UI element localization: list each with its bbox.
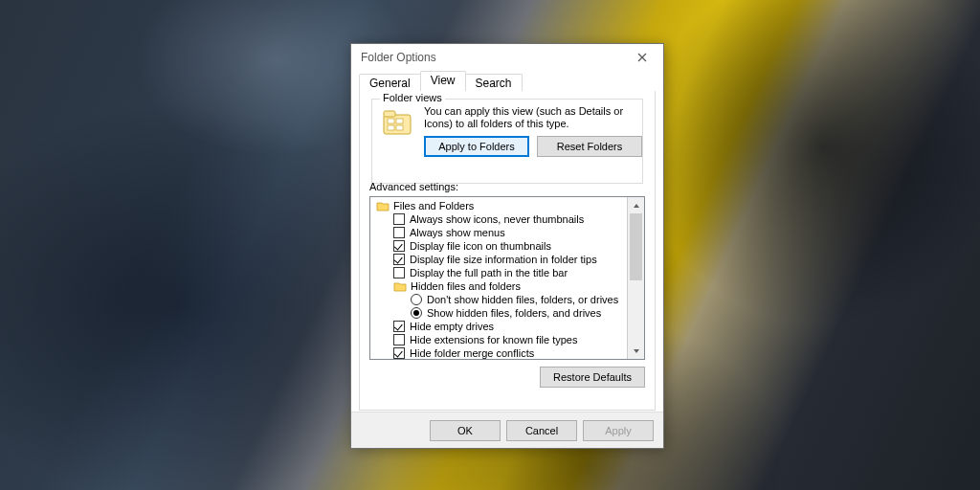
tree-item[interactable]: Hidden files and folders — [372, 279, 628, 293]
tree-item[interactable]: Display file icon on thumbnails — [372, 239, 628, 253]
svg-rect-4 — [388, 125, 394, 130]
dialog-button-row: OK Cancel Apply — [351, 412, 663, 448]
tree-item[interactable]: Always show menus — [372, 226, 628, 239]
folder-icon — [376, 201, 390, 212]
apply-button[interactable]: Apply — [583, 420, 654, 441]
checkbox[interactable] — [393, 227, 405, 238]
dialog-title: Folder Options — [361, 51, 436, 64]
tree-item[interactable]: Show hidden files, folders, and drives — [372, 306, 628, 320]
tab-view[interactable]: View — [420, 71, 466, 91]
tree-item-label: Hidden files and folders — [411, 279, 521, 293]
titlebar[interactable]: Folder Options — [351, 44, 663, 71]
svg-rect-5 — [396, 125, 403, 130]
tab-panel-view: Folder views You can apply this view (su… — [359, 91, 656, 411]
tab-strip: General View Search — [359, 71, 656, 92]
svg-rect-1 — [384, 111, 395, 117]
radio[interactable] — [411, 294, 422, 305]
tree-item[interactable]: Hide empty drives — [372, 320, 628, 333]
tree-item-label: Don't show hidden files, folders, or dri… — [427, 293, 618, 306]
folder-options-dialog: Folder Options General View Search Folde… — [350, 43, 664, 449]
reset-folders-button[interactable]: Reset Folders — [537, 136, 642, 157]
checkbox[interactable] — [393, 213, 405, 225]
ok-button[interactable]: OK — [430, 420, 501, 441]
scroll-up-button[interactable] — [628, 197, 644, 213]
scrollbar[interactable] — [627, 197, 644, 359]
advanced-settings-tree: Files and Folders Always show icons, nev… — [372, 199, 628, 357]
cancel-button[interactable]: Cancel — [506, 420, 577, 441]
svg-rect-0 — [384, 115, 411, 134]
tree-item[interactable]: Always show icons, never thumbnails — [372, 212, 628, 226]
svg-rect-2 — [388, 119, 394, 123]
tab-general[interactable]: General — [359, 74, 421, 91]
advanced-settings-label: Advanced settings: — [369, 181, 458, 192]
checkbox[interactable] — [393, 347, 405, 359]
tree-item[interactable]: Display file size information in folder … — [372, 253, 628, 266]
tree-item[interactable]: Display the full path in the title bar — [372, 266, 628, 279]
tab-search[interactable]: Search — [465, 74, 523, 91]
tree-item-label: Always show menus — [410, 226, 505, 239]
folder-views-legend: Folder views — [380, 92, 445, 103]
tree-item[interactable]: Hide extensions for known file types — [372, 333, 628, 346]
tree-item-label: Display file size information in folder … — [410, 253, 597, 266]
tree-item-label: Display file icon on thumbnails — [410, 239, 551, 253]
svg-rect-3 — [396, 119, 403, 123]
restore-defaults-button[interactable]: Restore Defaults — [540, 367, 645, 388]
scroll-down-button[interactable] — [628, 343, 644, 359]
folder-views-group: Folder views You can apply this view (su… — [371, 99, 643, 184]
tree-item-label: Hide folder merge conflicts — [410, 346, 534, 360]
scroll-thumb[interactable] — [630, 213, 642, 280]
folder-views-icon — [382, 109, 414, 138]
folder-views-text: You can apply this view (such as Details… — [424, 105, 635, 130]
tree-item[interactable]: Don't show hidden files, folders, or dri… — [372, 293, 628, 306]
tree-item-label: Display the full path in the title bar — [410, 266, 568, 279]
radio[interactable] — [411, 307, 422, 319]
tree-item-label: Show hidden files, folders, and drives — [427, 306, 601, 320]
tree-item-label: Hide empty drives — [410, 320, 494, 333]
checkbox[interactable] — [393, 240, 405, 252]
tree-item-label: Always show icons, never thumbnails — [410, 212, 584, 226]
apply-to-folders-button[interactable]: Apply to Folders — [424, 136, 529, 157]
close-button[interactable] — [621, 44, 663, 71]
checkbox[interactable] — [393, 254, 405, 265]
checkbox[interactable] — [393, 334, 405, 345]
tree-root-files-and-folders[interactable]: Files and Folders — [372, 199, 628, 212]
folder-icon — [393, 281, 407, 292]
close-icon — [637, 53, 647, 62]
advanced-settings-listbox[interactable]: Files and Folders Always show icons, nev… — [369, 196, 645, 360]
tree-item[interactable]: Hide folder merge conflicts — [372, 346, 628, 360]
checkbox[interactable] — [393, 321, 405, 332]
tree-item-label: Hide extensions for known file types — [410, 333, 577, 346]
tree-root-label: Files and Folders — [393, 199, 474, 212]
checkbox[interactable] — [393, 267, 405, 278]
